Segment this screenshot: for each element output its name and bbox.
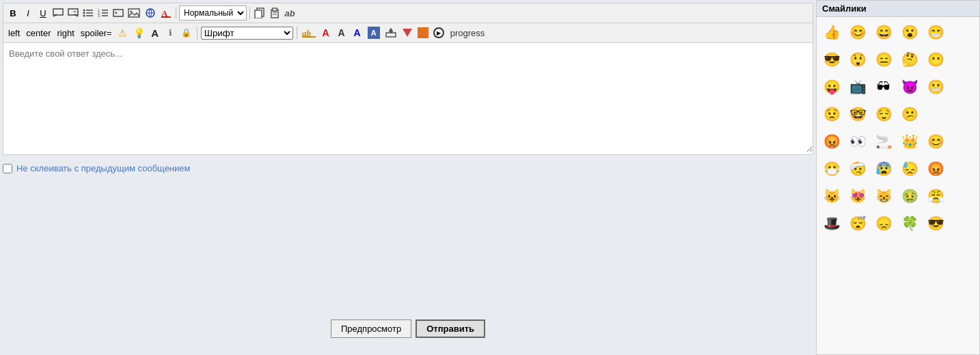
smileys-panel: Смайлики 👍 😊 😄 😮 😁 😎 😲 😑 🤔 😶 😛 📺 🕶 😈 😬 [816,0,980,355]
smiley-row-1: 👍 😊 😄 😮 😁 [819,20,977,44]
lock-icon[interactable]: 🔒 [180,25,193,40]
blue-box-button[interactable]: A [366,25,381,40]
orange-square-button[interactable] [416,25,430,40]
smiley-3-1[interactable]: 😛 [819,74,844,99]
smiley-8-4[interactable]: 🍀 [897,211,922,236]
toolbar-row1: B I U 1. 2. 3. [3,3,813,23]
smiley-1-2[interactable]: 😊 [845,20,870,44]
ab-colored-button[interactable]: ab [301,25,317,40]
progress-label: progress [448,28,488,38]
smiley-5-5[interactable]: 😊 [923,129,948,154]
dark-a-button[interactable]: A [335,25,349,40]
ab-button[interactable]: ab [283,5,297,20]
smiley-5-4[interactable]: 👑 [897,129,922,154]
bulb-icon[interactable]: 💡 [132,25,146,40]
submit-button[interactable]: Отправить [416,320,485,338]
smiley-7-1[interactable]: 😺 [819,184,844,208]
separator4 [297,27,297,39]
smiley-row-6: 😷 🤕 😰 😓 😡 [819,156,977,181]
svg-text:3.: 3. [98,14,100,18]
paste-button[interactable] [268,5,282,20]
smiley-7-3[interactable]: 😸 [871,184,896,208]
svg-point-20 [131,11,133,13]
smiley-4-3[interactable]: 😌 [871,102,896,126]
editor-area [3,42,813,155]
smiley-6-3[interactable]: 😰 [871,156,896,181]
no-merge-label[interactable]: Не склеивать с предыдущим сообщением [16,163,190,173]
svg-point-5 [83,10,85,12]
smiley-8-5[interactable]: 😎 [923,211,948,236]
bold-button[interactable]: B [6,5,20,20]
svg-rect-0 [53,9,63,15]
smiley-2-2[interactable]: 😲 [845,47,870,72]
smiley-row-5: 😡 👀 🚬 👑 😊 [819,129,977,154]
smiley-6-1[interactable]: 😷 [819,156,844,181]
smiley-7-4[interactable]: 🤢 [897,184,922,208]
font-select[interactable]: Шрифт Arial Times New Roman Courier New [201,27,293,40]
warning-icon[interactable]: ⚠ [116,25,130,40]
smiley-1-4[interactable]: 😮 [897,20,922,44]
format-select[interactable]: Нормальный Заголовок 1 Заголовок 2 Загол… [179,5,247,20]
info-icon[interactable]: ℹ [164,25,178,40]
smiley-7-2[interactable]: 😻 [845,184,870,208]
smiley-1-1[interactable]: 👍 [819,20,844,44]
svg-rect-32 [302,36,316,38]
align-center-button[interactable]: center [24,27,53,39]
image-button[interactable] [126,5,141,20]
play-button[interactable]: ▶ [432,25,446,40]
separator3 [197,27,198,39]
smiley-6-5[interactable]: 😡 [923,156,948,181]
smiley-2-3[interactable]: 😑 [871,47,896,72]
link-button[interactable] [143,5,158,20]
underline-button[interactable]: U [36,5,50,20]
insert-button[interactable]: * [111,5,125,20]
upload-button[interactable] [383,25,398,40]
blue-a-button[interactable]: A [351,25,364,40]
smiley-row-8: 🎩 😴 😞 🍀 😎 [819,211,977,236]
preview-button[interactable]: Предпросмотр [331,320,411,338]
smiley-5-3[interactable]: 🚬 [871,129,896,154]
smiley-8-3[interactable]: 😞 [871,211,896,236]
svg-text:*: * [115,10,118,17]
smiley-2-5[interactable]: 😶 [923,47,948,72]
separator1 [176,7,176,19]
smiley-8-1[interactable]: 🎩 [819,211,844,236]
smiley-4-4[interactable]: 😕 [897,102,922,126]
smileys-header: Смайлики [817,1,979,17]
smiley-row-4: 😟 🤓 😌 😕 [819,102,977,126]
quote-button[interactable] [51,5,65,20]
editor-container: B I U 1. 2. 3. [0,0,816,355]
list-ordered-button[interactable]: 1. 2. 3. [96,5,110,20]
editor-textarea[interactable] [3,43,813,152]
spoiler-button[interactable]: spoiler= [79,27,114,39]
text-color-button[interactable]: A [159,5,173,20]
smiley-2-1[interactable]: 😎 [819,47,844,72]
smiley-6-4[interactable]: 😓 [897,156,922,181]
smiley-6-2[interactable]: 🤕 [845,156,870,181]
align-right-button[interactable]: right [55,27,76,39]
smiley-4-2[interactable]: 🤓 [845,102,870,126]
smiley-7-5[interactable]: 😤 [923,184,948,208]
smiley-2-4[interactable]: 🤔 [897,47,922,72]
smiley-5-1[interactable]: 😡 [819,129,844,154]
smiley-row-3: 😛 📺 🕶 😈 😬 [819,74,977,99]
smiley-3-5[interactable]: 😬 [923,74,948,99]
smiley-8-2[interactable]: 😴 [845,211,870,236]
quote2-button[interactable] [66,5,80,20]
smiley-3-3[interactable]: 🕶 [871,74,896,99]
bold-text-button[interactable]: A [148,25,162,40]
red-a-button[interactable]: A [319,25,333,40]
smiley-3-4[interactable]: 😈 [897,74,922,99]
align-left-button[interactable]: left [6,27,22,39]
smiley-3-2[interactable]: 📺 [845,74,870,99]
smiley-5-2[interactable]: 👀 [845,129,870,154]
list-unordered-button[interactable] [81,5,95,20]
copy-button[interactable] [253,5,267,20]
triangle-down-button[interactable] [400,25,414,40]
italic-button[interactable]: I [21,5,35,20]
smiley-4-1[interactable]: 😟 [819,102,844,126]
no-merge-checkbox[interactable] [3,164,12,173]
smiley-1-5[interactable]: 😁 [923,20,948,44]
smileys-content[interactable]: 👍 😊 😄 😮 😁 😎 😲 😑 🤔 😶 😛 📺 🕶 😈 😬 😟 🤓 😌 [817,17,979,354]
smiley-1-3[interactable]: 😄 [871,20,896,44]
